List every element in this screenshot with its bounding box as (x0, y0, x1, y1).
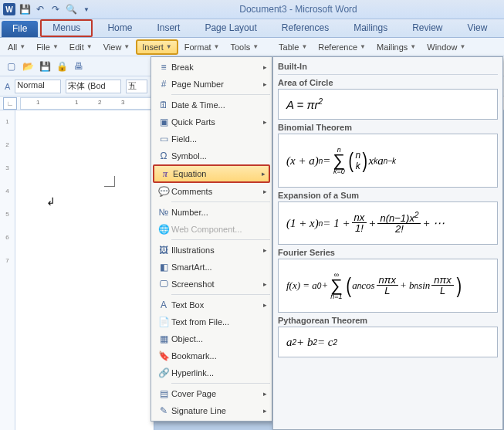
equation-label: Fourier Series (278, 248, 498, 257)
open-icon[interactable]: 📂 (22, 60, 34, 73)
vertical-ruler: 123 456 7 (0, 110, 15, 430)
menu-item-signature-line[interactable]: ✎Signature Line▸ (153, 402, 270, 419)
text-box-icon: A (156, 300, 171, 310)
classic-menu-bar: All▼ File▼ Edit▼ View▼ Insert▼ Format▼ T… (0, 38, 504, 56)
menu-item-text-box[interactable]: AText Box▸ (153, 296, 270, 313)
style-select[interactable]: Normal (15, 80, 61, 93)
menu-file[interactable]: File▼ (32, 41, 63, 53)
ribbon-tabs: File Menus Home Insert Page Layout Refer… (0, 19, 504, 38)
tab-page-layout[interactable]: Page Layout (192, 19, 269, 37)
menu-item-cover-page[interactable]: ▤Cover Page▸ (153, 385, 270, 402)
signature-icon: ✎ (156, 405, 171, 416)
equation-binomial-theorem[interactable]: (x + a)n = n∑k=0 (nk) xkan−k (278, 134, 498, 188)
print-preview-icon[interactable]: 🔍 (65, 3, 77, 15)
menu-insert[interactable]: Insert▼ (136, 39, 178, 55)
menu-item-symbol[interactable]: ΩSymbol... (153, 147, 270, 164)
tab-menus[interactable]: Menus (40, 19, 93, 37)
menu-item-equation[interactable]: πEquation▸ (153, 164, 270, 183)
menu-view[interactable]: View▼ (99, 41, 135, 53)
tab-references[interactable]: References (269, 19, 341, 37)
font-select[interactable]: 宋体 (Bod (66, 80, 121, 93)
equation-label: Pythagorean Theorem (278, 316, 498, 325)
equation-pythagorean-theorem[interactable]: a2 + b2 = c2 (278, 327, 498, 357)
ruler-tick: 2 (98, 99, 101, 106)
picture-icon: 🖼 (156, 245, 171, 256)
redo-icon[interactable]: ↷ (49, 3, 62, 15)
menu-item-break[interactable]: ≡Break▸ (153, 59, 270, 76)
cursor-position: ↲ (46, 195, 56, 208)
equation-fourier-series[interactable]: f(x) = a0 + ∞∑n=1 (an cos nπxL + bn sin … (278, 259, 498, 313)
equation-label: Binomial Theorem (278, 123, 498, 132)
menu-format[interactable]: Format▼ (180, 41, 225, 53)
equation-icon: π (157, 168, 173, 180)
menu-item-date-time[interactable]: 🗓Date & Time... (153, 96, 270, 113)
cover-icon: ▤ (156, 388, 171, 399)
ruler-tick: 1 (36, 99, 39, 106)
tab-insert[interactable]: Insert (144, 19, 192, 37)
menu-item-quick-parts[interactable]: ▣Quick Parts▸ (153, 113, 270, 130)
qat-more-icon[interactable]: ▼ (80, 3, 93, 15)
save-icon[interactable]: 💾 (39, 60, 51, 73)
screenshot-icon: 🖵 (156, 279, 171, 289)
menu-reference[interactable]: Reference▼ (313, 41, 370, 53)
print-icon[interactable]: 🖶 (73, 60, 85, 73)
tab-file[interactable]: File (2, 21, 38, 37)
number-icon: № (156, 207, 171, 218)
permission-icon[interactable]: 🔒 (56, 60, 68, 73)
menu-item-web-component: 🌐Web Component... (153, 221, 270, 238)
quick-access-toolbar: 💾 ↶ ↷ 🔍 ▼ (19, 3, 93, 15)
date-icon: 🗓 (156, 100, 171, 110)
menu-tools[interactable]: Tools▼ (225, 41, 263, 53)
menu-item-number[interactable]: №Number... (153, 204, 270, 221)
smartart-icon: ◧ (156, 262, 171, 273)
undo-icon[interactable]: ↶ (34, 3, 46, 15)
equation-label: Expansion of a Sum (278, 191, 498, 200)
new-icon[interactable]: ▢ (5, 60, 17, 73)
style-icon[interactable]: A (5, 82, 10, 91)
field-icon: ▭ (156, 134, 171, 144)
object-icon: ▦ (156, 334, 171, 344)
menu-item-text-from-file[interactable]: 📄Text from File... (153, 313, 270, 330)
menu-item-comments[interactable]: 💬Comments▸ (153, 183, 270, 200)
menu-item-object[interactable]: ▦Object... (153, 330, 270, 347)
tab-mailings[interactable]: Mailings (341, 19, 400, 37)
equation-label: Area of Circle (278, 78, 498, 87)
tab-home[interactable]: Home (95, 19, 144, 37)
tab-review[interactable]: Review (400, 19, 455, 37)
quick-parts-icon: ▣ (156, 117, 171, 127)
equation-area-of-circle[interactable]: A = πr2 (278, 89, 498, 120)
size-select[interactable]: 五 (126, 80, 147, 93)
menu-all[interactable]: All▼ (3, 41, 30, 53)
ruler-tick: 3 (121, 99, 124, 106)
menu-item-illustrations[interactable]: 🖼Illustrations▸ (153, 242, 270, 259)
document-page[interactable]: ↲ (15, 110, 154, 430)
menu-edit[interactable]: Edit▼ (65, 41, 97, 53)
equation-expansion-of-sum[interactable]: (1 + x)n = 1 + nx1! + n(n−1)x22! + ⋯ (278, 201, 498, 245)
tab-view[interactable]: View (455, 19, 500, 37)
page-corner-mark (104, 176, 115, 187)
bookmark-icon: 🔖 (156, 350, 171, 361)
insert-menu: ≡Break▸ #Page Number▸ 🗓Date & Time... ▣Q… (151, 56, 272, 422)
menu-item-screenshot[interactable]: 🖵Screenshot▸ (153, 276, 270, 293)
gallery-header: Built-In (278, 60, 498, 75)
page-break-icon: ≡ (156, 62, 171, 73)
menu-item-hyperlink[interactable]: 🔗Hyperlink... (153, 364, 270, 381)
menu-item-field[interactable]: ▭Field... (153, 130, 270, 147)
page-number-icon: # (156, 79, 171, 90)
menu-mailings[interactable]: Mailings▼ (372, 41, 421, 53)
text-file-icon: 📄 (156, 317, 171, 327)
menu-item-smartart[interactable]: ◧SmartArt... (153, 259, 270, 276)
web-icon: 🌐 (156, 224, 171, 235)
window-title: Document3 - Microsoft Word (96, 4, 501, 15)
save-icon[interactable]: 💾 (19, 3, 31, 15)
title-bar: W 💾 ↶ ↷ 🔍 ▼ Document3 - Microsoft Word (0, 0, 504, 19)
menu-table[interactable]: Table▼ (274, 41, 312, 53)
menu-item-page-number[interactable]: #Page Number▸ (153, 76, 270, 93)
menu-item-bookmark[interactable]: 🔖Bookmark... (153, 347, 270, 364)
tab-selector[interactable]: ∟ (3, 97, 17, 110)
symbol-icon: Ω (156, 151, 171, 161)
ruler-tick: 1 (75, 99, 78, 106)
link-icon: 🔗 (156, 367, 171, 378)
app-icon: W (3, 3, 15, 15)
menu-window[interactable]: Window▼ (422, 41, 470, 53)
